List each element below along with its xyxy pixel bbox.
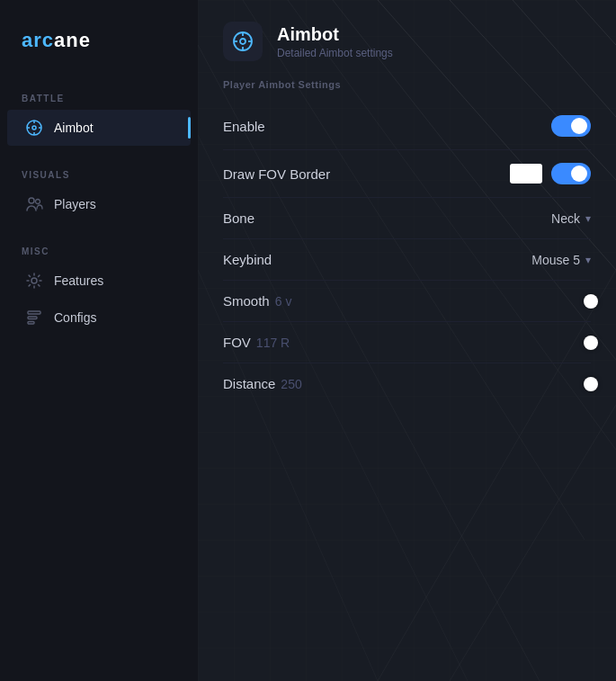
svg-point-8 [31,278,37,283]
dropdown-bone-value: Neck [551,211,580,226]
svg-point-1 [32,126,36,130]
svg-rect-11 [28,322,34,325]
aimbot-icon [25,119,43,137]
fov-value-label: 117 R [256,336,290,350]
setting-row-draw-fov: Draw FOV Border [223,150,591,198]
smooth-value-label: 6 v [275,294,292,309]
slider-thumb-distance[interactable] [584,377,598,391]
svg-rect-10 [28,317,37,319]
configs-icon [25,309,43,327]
sidebar-item-label-configs: Configs [54,310,96,325]
setting-right-keybind: Mouse 5 ▾ [531,253,591,267]
logo: arcane [22,29,91,52]
nav-section-misc: MISC Features Configs [0,230,198,344]
toggle-draw-fov[interactable] [551,163,591,184]
main-header: Aimbot Detailed Aimbot settings [198,0,616,79]
chevron-down-icon-bone: ▾ [585,212,591,225]
setting-right-enable [551,115,591,137]
svg-line-23 [450,405,616,681]
setting-label-bone: Bone [223,211,254,226]
setting-row-keybind: Keybind Mouse 5 ▾ [223,239,591,281]
setting-row-distance: Distance 250 [223,363,591,404]
setting-right-draw-fov [510,163,591,184]
features-icon [25,272,43,290]
page-subtitle: Detailed Aimbot settings [277,47,393,59]
sidebar-item-aimbot[interactable]: Aimbot [7,110,191,146]
sidebar-item-configs[interactable]: Configs [7,300,191,336]
toggle-enable[interactable] [551,115,591,137]
setting-right-distance [573,381,591,387]
slider-thumb-smooth[interactable] [584,294,598,309]
setting-row-smooth: Smooth 6 v [223,281,591,322]
distance-label-group: Distance 250 [223,376,302,391]
players-icon [25,195,43,213]
header-text: Aimbot Detailed Aimbot settings [277,24,393,59]
nav-section-label-visuals: VISUALS [0,161,198,185]
setting-label-distance: Distance [223,376,275,391]
logo-area: arcane [0,0,198,77]
smooth-label-group: Smooth 6 v [223,293,291,309]
setting-label-smooth: Smooth [223,293,270,309]
setting-right-fov [573,340,591,345]
setting-label-keybind: Keybind [223,252,272,267]
svg-point-25 [240,39,246,44]
main-panel: Aimbot Detailed Aimbot settings Player A… [198,0,616,681]
nav-section-label-misc: MISC [0,237,198,262]
distance-value-label: 250 [281,377,301,391]
setting-right-smooth [573,299,591,304]
dropdown-bone[interactable]: Neck ▾ [551,211,591,226]
sidebar: arcane BATTLE Aimbot VISUALS [0,0,198,681]
setting-label-fov: FOV [223,335,251,350]
fov-label-group: FOV 117 R [223,335,290,350]
sidebar-item-label-players: Players [54,197,96,211]
setting-row-fov: FOV 117 R [223,322,591,363]
dropdown-keybind-value: Mouse 5 [531,253,580,267]
section-label: Player Aimbot Settings [198,79,616,103]
sidebar-item-players[interactable]: Players [7,186,191,222]
svg-point-7 [36,200,40,204]
nav-section-battle: BATTLE Aimbot [0,77,198,154]
logo-ane: ane [54,29,91,51]
svg-point-6 [29,198,34,203]
setting-right-bone: Neck ▾ [551,211,591,226]
toggle-with-preview-fov [510,163,591,184]
sidebar-item-features[interactable]: Features [7,263,191,299]
sidebar-item-label-aimbot: Aimbot [54,121,94,135]
setting-row-enable: Enable [223,103,591,150]
setting-row-bone: Bone Neck ▾ [223,198,591,239]
page-title: Aimbot [277,24,393,45]
logo-arc: arc [22,29,54,51]
dropdown-keybind[interactable]: Mouse 5 ▾ [531,253,591,267]
nav-section-label-battle: BATTLE [0,85,198,109]
fov-preview-box [510,164,542,184]
nav-section-visuals: VISUALS Players [0,154,198,230]
setting-label-draw-fov: Draw FOV Border [223,166,330,182]
sidebar-item-label-features: Features [54,273,103,288]
header-icon-container [223,22,263,61]
slider-thumb-fov[interactable] [584,336,598,350]
svg-rect-9 [28,311,40,314]
chevron-down-icon-keybind: ▾ [585,254,591,266]
settings-panel: Enable Draw FOV Border Bone Neck ▾ [198,103,616,404]
setting-label-enable: Enable [223,119,265,134]
